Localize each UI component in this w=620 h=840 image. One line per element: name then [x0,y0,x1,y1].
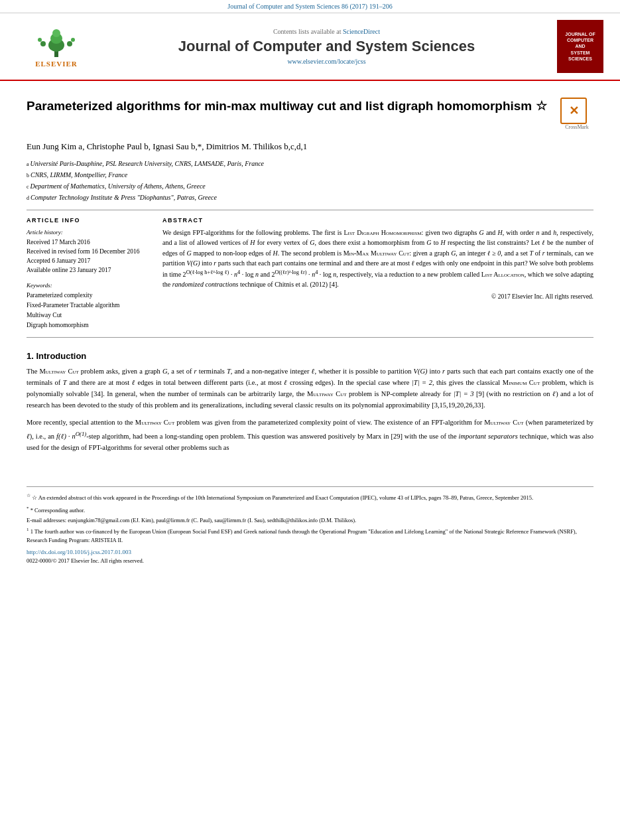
page: Journal of Computer and System Sciences … [0,0,620,840]
intro-paragraph-2: More recently, special attention to the … [27,417,593,453]
header-right: JOURNAL OFCOMPUTERANDSYSTEMSCIENCES [554,20,607,73]
keywords-section: Keywords: Parameterized complexity Fixed… [27,282,149,331]
copyright-line: © 2017 Elsevier Inc. All rights reserved… [162,293,593,300]
revised-text: Received in revised form 16 December 201… [27,247,149,256]
journal-bar-text: Journal of Computer and System Sciences … [227,3,392,10]
journal-title: Journal of Computer and System Sciences [99,38,554,55]
article-title: Parameterized algorithms for min-max mul… [27,98,550,115]
footnote-email: E-mail addresses: eunjungkim78@gmail.com… [27,517,593,524]
contents-text: Contents lists available at ScienceDirec… [99,28,554,35]
affil-d: d Computer Technology Institute & Press … [27,192,593,203]
main-content: Parameterized algorithms for min-max mul… [0,81,620,473]
affil-b: b CNRS, LIRMM, Montpellier, France [27,170,593,180]
affil-a-text: Université Paris-Dauphine, PSL Research … [31,159,264,169]
keyword-2: Fixed-Parameter Tractable algorithm [27,301,149,311]
footer-issn: 0022-0000/© 2017 Elsevier Inc. All right… [27,557,593,564]
elsevier-text: ELSEVIER [35,60,78,68]
introduction-section: 1. Introduction The Multiway Cut problem… [27,351,593,453]
crossmark-label: CrossMark [560,124,593,130]
footnote-asterisk: * * Corresponding author. [27,505,593,515]
history-label: Article history: [27,229,149,236]
svg-point-7 [71,38,75,42]
keywords-label: Keywords: [27,282,149,289]
abstract-col: ABSTRACT We design FPT-algorithms for th… [162,217,593,331]
svg-point-5 [67,41,72,46]
footnote-star: ☆ ☆ An extended abstract of this work ap… [27,492,593,502]
divider-1 [27,210,593,210]
svg-point-6 [38,38,42,42]
intro-paragraph-1: The Multiway Cut problem asks, given a g… [27,366,593,411]
affil-c: c Department of Mathematics, University … [27,181,593,192]
header-center: Contents lists available at ScienceDirec… [99,28,554,65]
available-text: Available online 23 January 2017 [27,265,149,275]
two-col-section: ARTICLE INFO Article history: Received 1… [27,217,593,331]
affil-c-text: Department of Mathematics, University of… [31,181,206,192]
footnote-1: 1 1 The fourth author was co-financed by… [27,526,593,544]
header: ELSEVIER Contents lists available at Sci… [0,13,620,81]
received-text: Received 17 March 2016 [27,238,149,247]
divider-2 [27,337,593,338]
keyword-4: Digraph homomorphism [27,320,149,330]
abstract-text: We design FPT-algorithms for the followi… [162,228,593,290]
accepted-text: Accepted 6 January 2017 [27,256,149,265]
section-number: 1. [27,351,34,361]
footer-doi[interactable]: http://dx.doi.org/10.1016/j.jcss.2017.01… [27,549,593,555]
article-info-col: ARTICLE INFO Article history: Received 1… [27,217,149,331]
journal-bar: Journal of Computer and System Sciences … [0,0,620,13]
article-title-section: Parameterized algorithms for min-max mul… [27,98,593,130]
keyword-3: Multiway Cut [27,311,149,320]
sciencedirect-link[interactable]: ScienceDirect [343,28,380,35]
affil-a: a Université Paris-Dauphine, PSL Researc… [27,159,593,169]
keyword-1: Parameterized complexity [27,291,149,301]
crossmark-container: ✕ CrossMark [560,98,593,130]
elsevier-tree-logo [30,25,83,58]
affil-d-text: Computer Technology Institute & Press "D… [31,192,217,203]
svg-point-4 [40,41,46,46]
journal-logo-box: JOURNAL OFCOMPUTERANDSYSTEMSCIENCES [557,20,603,73]
crossmark-icon: ✕ [560,98,587,124]
affiliations: a Université Paris-Dauphine, PSL Researc… [27,159,593,203]
section-title-text: Introduction [36,351,86,361]
article-info-label: ARTICLE INFO [27,217,149,224]
abstract-label: ABSTRACT [162,217,593,224]
authors: Eun Jung Kim a, Christophe Paul b, Ignas… [27,140,593,153]
header-left: ELSEVIER [13,25,99,68]
svg-point-3 [52,29,60,37]
section-title: 1. Introduction [27,351,593,361]
journal-url[interactable]: www.elsevier.com/locate/jcss [99,58,554,65]
affil-b-text: CNRS, LIRMM, Montpellier, France [31,170,127,180]
footer: ☆ ☆ An extended abstract of this work ap… [27,486,593,573]
